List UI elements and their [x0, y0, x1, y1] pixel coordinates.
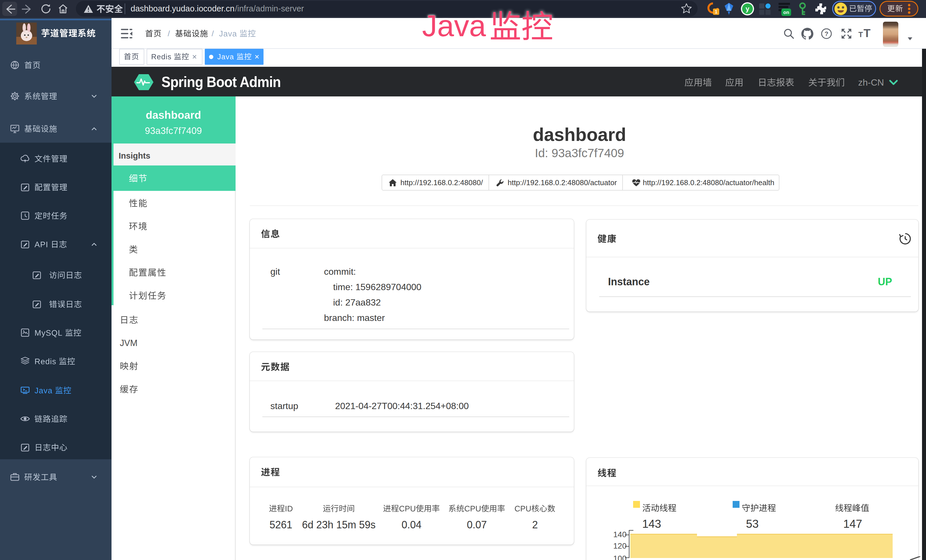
svg-text:1: 1 — [715, 9, 717, 14]
svg-text:on: on — [784, 10, 790, 15]
svg-text:y: y — [746, 5, 749, 12]
svg-text:?: ? — [825, 30, 828, 37]
